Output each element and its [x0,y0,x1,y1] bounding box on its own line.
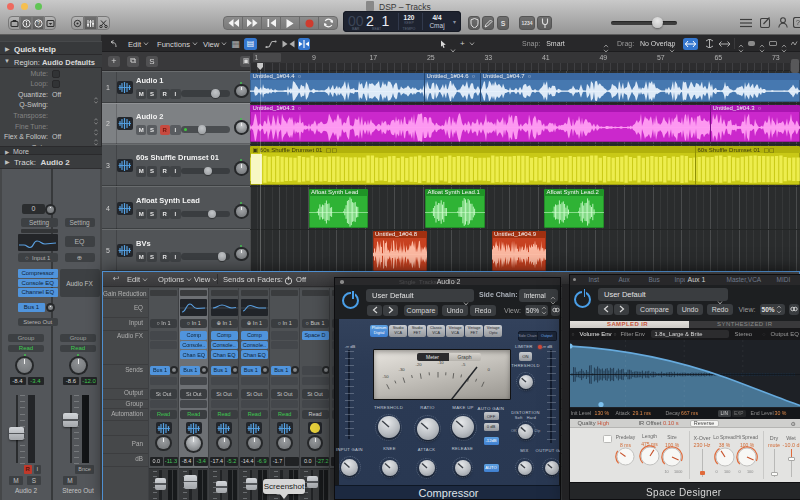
svg-text:?: ? [36,20,39,26]
svg-text:?: ? [796,19,800,26]
